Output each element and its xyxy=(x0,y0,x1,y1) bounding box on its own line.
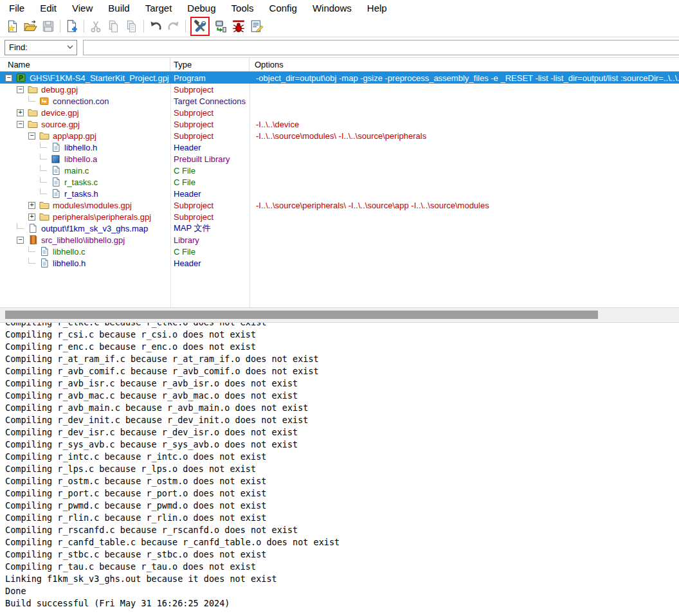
tree-row[interactable]: libhello.hHeader xyxy=(0,257,679,269)
open-file-button[interactable] xyxy=(23,19,38,34)
folder-icon xyxy=(39,200,50,210)
tree-row[interactable]: main.cC File xyxy=(0,165,679,176)
item-name: GHS\F1KM-S4_StarterKit_Project.gpj xyxy=(30,73,169,83)
item-name: r_tasks.c xyxy=(64,177,98,187)
console-line: Compiling r_sys_avb.c because r_sys_avb.… xyxy=(5,439,679,451)
redo-button xyxy=(166,19,181,34)
undo-button[interactable] xyxy=(148,19,163,34)
menu-tools[interactable]: Tools xyxy=(224,1,262,15)
folder-icon xyxy=(28,84,38,95)
tree-row[interactable]: connection.conTarget Connections xyxy=(0,95,679,107)
new-file-button[interactable] xyxy=(5,19,20,34)
editor-button[interactable] xyxy=(249,19,264,34)
find-label: Find: xyxy=(9,42,28,52)
console-line: Compiling r_dev_isr.c because r_dev_isr.… xyxy=(5,426,679,439)
item-name: source.gpj xyxy=(41,120,80,129)
tree-row[interactable]: +peripherals\peripherals.gpjSubproject xyxy=(0,211,679,222)
tree-row[interactable]: r_tasks.hHeader xyxy=(0,188,679,199)
expand-toggle-icon[interactable]: + xyxy=(28,213,35,221)
book-icon xyxy=(28,235,38,245)
item-name: libhello.h xyxy=(53,258,86,268)
item-name: connection.con xyxy=(53,96,109,106)
item-name: modules\modules.gpj xyxy=(53,201,132,210)
toolbar-separator xyxy=(84,20,84,33)
tree-row[interactable]: +modules\modules.gpjSubproject-I..\..\so… xyxy=(0,199,679,211)
tree-row[interactable]: −source.gpjSubproject-I..\..\device xyxy=(0,118,679,130)
item-name: src_libhello\libhello.gpj xyxy=(41,235,125,245)
console-line: Compiling r_dev_init.c because r_dev_ini… xyxy=(5,414,679,426)
toolbar-separator xyxy=(60,20,60,33)
console-line: Compiling r_avb_main.c because r_avb_mai… xyxy=(5,402,679,414)
menu-help[interactable]: Help xyxy=(359,1,395,15)
horizontal-scrollbar[interactable] xyxy=(0,307,679,323)
tree-row[interactable]: libhello.aPrebuilt Library xyxy=(0,153,679,165)
tree-row[interactable]: libhello.cC File xyxy=(0,246,679,257)
item-name: libhello.h xyxy=(64,143,97,152)
item-type: C File xyxy=(170,247,253,257)
menu-view[interactable]: View xyxy=(64,1,100,15)
collapse-toggle-icon[interactable]: − xyxy=(17,86,24,93)
menu-build[interactable]: Build xyxy=(100,1,137,15)
tree-row[interactable]: output\f1km_sk_v3_ghs.mapMAP 文件 xyxy=(0,222,679,234)
item-type: Header xyxy=(170,189,253,199)
debug-button[interactable] xyxy=(231,19,246,34)
console-line: Compiling r_avb_comif.c because r_avb_co… xyxy=(5,365,679,377)
cut-icon xyxy=(89,19,103,33)
console-line: Done xyxy=(5,585,679,597)
item-options: -I..\..\source\modules\ -I..\..\source\p… xyxy=(253,131,679,141)
doc-icon xyxy=(39,246,50,257)
svg-text:P: P xyxy=(19,75,23,82)
build-button[interactable] xyxy=(190,17,210,36)
add-file-button[interactable] xyxy=(64,19,80,34)
menu-windows[interactable]: Windows xyxy=(305,1,359,15)
menu-edit[interactable]: Edit xyxy=(32,1,64,15)
collapse-toggle-icon[interactable]: − xyxy=(17,121,24,128)
tree-connector xyxy=(28,96,35,102)
find-input[interactable] xyxy=(83,40,679,55)
tree-row[interactable]: r_tasks.cC File xyxy=(0,176,679,188)
tree-row[interactable]: −src_libhello\libhello.gpjLibrary xyxy=(0,234,679,246)
tree-connector xyxy=(40,165,47,171)
menu-target[interactable]: Target xyxy=(138,1,180,15)
console-line: Compiling r_lps.c because r_lps.o does n… xyxy=(5,463,679,475)
connect-icon xyxy=(213,19,228,33)
item-type: Program xyxy=(170,73,253,83)
console-line: Compiling r_avb_mac.c because r_avb_mac.… xyxy=(5,390,679,402)
find-bar: Find: xyxy=(0,37,679,58)
tree-connector xyxy=(40,154,47,159)
program-icon: P xyxy=(16,73,26,83)
column-header-options[interactable]: Options xyxy=(249,58,679,71)
menu-file[interactable]: File xyxy=(1,1,32,15)
column-header-name[interactable]: Name xyxy=(0,58,170,71)
item-name: libhello.a xyxy=(64,154,97,164)
open-file-icon xyxy=(23,19,37,33)
expand-toggle-icon[interactable]: + xyxy=(17,109,24,116)
collapse-toggle-icon[interactable]: − xyxy=(17,237,24,244)
menu-debug[interactable]: Debug xyxy=(179,1,223,15)
console-line: Compiling r_intc.c because r_intc.o does… xyxy=(5,451,679,463)
tree-row[interactable]: −debug.gpjSubproject xyxy=(0,84,679,95)
item-type: MAP 文件 xyxy=(170,222,253,234)
scrollbar-thumb[interactable] xyxy=(5,311,598,319)
connect-button[interactable] xyxy=(213,19,228,34)
column-header-type[interactable]: Type xyxy=(170,58,249,71)
tree-row[interactable]: +device.gpjSubproject xyxy=(0,107,679,118)
item-name: device.gpj xyxy=(41,108,79,118)
folder-icon xyxy=(28,119,38,129)
expand-toggle-icon[interactable]: + xyxy=(28,202,35,209)
find-dropdown[interactable]: Find: xyxy=(5,40,77,55)
item-name: output\f1km_sk_v3_ghs.map xyxy=(41,224,148,233)
folder-icon xyxy=(39,212,50,222)
collapse-toggle-icon[interactable]: − xyxy=(5,75,12,82)
copy-button xyxy=(106,19,122,34)
tree-row[interactable]: −PGHS\F1KM-S4_StarterKit_Project.gpjProg… xyxy=(0,72,679,84)
collapse-toggle-icon[interactable]: − xyxy=(28,132,35,140)
tree-row[interactable]: −app\app.gpjSubproject-I..\..\source\mod… xyxy=(0,130,679,141)
item-type: C File xyxy=(170,177,253,187)
toolbar-separator xyxy=(185,20,186,33)
tree-row[interactable]: libhello.hHeader xyxy=(0,141,679,153)
console-line: Compiling r_csi.c because r_csi.o does n… xyxy=(5,329,679,341)
menu-config[interactable]: Config xyxy=(262,1,305,15)
project-tree: −PGHS\F1KM-S4_StarterKit_Project.gpjProg… xyxy=(0,72,679,307)
grid-header: Name Type Options xyxy=(0,58,679,72)
